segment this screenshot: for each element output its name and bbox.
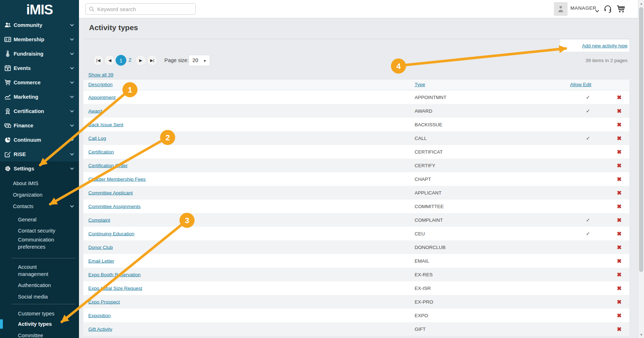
activity-type-link[interactable]: Donor Club [88, 245, 113, 250]
page-size-select[interactable]: 20 ▼ [188, 55, 210, 66]
vertical-scrollbar[interactable]: ▲ ▼ [638, 0, 644, 338]
submenu-divider [11, 304, 75, 304]
delete-icon[interactable]: ✖ [614, 135, 625, 142]
last-page-button[interactable]: ▶| [147, 55, 158, 66]
sidebar-item-social-media[interactable]: Social media [0, 291, 79, 302]
delete-icon[interactable]: ✖ [614, 299, 625, 305]
delete-icon[interactable]: ✖ [614, 312, 625, 319]
calendar-icon [4, 65, 11, 72]
sidebar-item-marketing[interactable]: Marketing [0, 90, 79, 104]
support-headset-icon[interactable] [603, 4, 612, 14]
thermometer-icon [4, 51, 11, 57]
first-page-button[interactable]: |◀ [93, 55, 104, 66]
chevron-down-icon [70, 38, 74, 41]
delete-icon[interactable]: ✖ [614, 189, 625, 196]
delete-icon[interactable]: ✖ [614, 121, 625, 128]
sidebar-item-commerce[interactable]: Commerce [0, 75, 79, 90]
sidebar-item-contacts[interactable]: Contacts [0, 201, 79, 212]
activity-type-link[interactable]: Chapter Membership Fees [88, 177, 146, 182]
sidebar-item-settings[interactable]: Settings [0, 161, 79, 176]
type-code: EX-PRO [415, 299, 433, 305]
cart-icon[interactable] [616, 4, 626, 14]
type-code: EXPO [415, 313, 428, 318]
award-ribbon-icon [4, 108, 11, 115]
activity-type-link[interactable]: Back Issue Sent [88, 122, 123, 127]
delete-icon[interactable]: ✖ [614, 285, 625, 292]
activity-type-link[interactable]: Certification [88, 149, 114, 155]
sidebar-item-authentication[interactable]: Authentication [0, 280, 79, 291]
activity-type-link[interactable]: Continuing Education [88, 231, 134, 236]
chevron-down-icon[interactable] [595, 8, 599, 10]
activity-type-link[interactable]: Expo Booth Reservation [88, 272, 141, 277]
table-row: Email Letter EMAIL ✖ [83, 254, 629, 268]
sidebar-item-fundraising[interactable]: Fundraising [0, 47, 79, 61]
delete-icon[interactable]: ✖ [614, 162, 625, 169]
user-menu[interactable]: MANAGER [570, 5, 596, 11]
people-icon [4, 22, 11, 29]
avatar[interactable] [554, 2, 568, 16]
next-page-button[interactable]: ▶ [135, 55, 146, 66]
activity-type-link[interactable]: Expo Initial Size Request [88, 286, 142, 291]
sidebar-item-continuum[interactable]: Continuum [0, 133, 79, 147]
delete-icon[interactable]: ✖ [614, 244, 625, 251]
chevron-down-icon [70, 24, 74, 27]
show-all-link[interactable]: Show all 39 [88, 72, 113, 78]
activity-type-link[interactable]: Appointment [88, 95, 116, 100]
scrollbar-thumb[interactable] [639, 7, 643, 272]
activity-type-link[interactable]: Committee Assignments [88, 204, 141, 209]
sidebar-item-general[interactable]: General [0, 214, 79, 225]
active-indicator [0, 319, 3, 329]
sidebar-item-membership[interactable]: Membership [0, 32, 79, 47]
sidebar-item-community[interactable]: Community [0, 18, 79, 32]
sidebar-item-certification[interactable]: Certification [0, 104, 79, 118]
delete-icon[interactable]: ✖ [614, 108, 625, 114]
sidebar-item-committee[interactable]: Committee [0, 330, 79, 338]
activity-type-link[interactable]: Call Log [88, 136, 106, 141]
sort-allow-edit[interactable]: Allow Edit [570, 82, 591, 87]
search-input[interactable] [97, 4, 193, 14]
sort-description[interactable]: Description [88, 82, 113, 87]
sidebar-item-events[interactable]: Events [0, 61, 79, 75]
scroll-down-icon[interactable]: ▼ [638, 333, 644, 337]
sidebar-item-organization[interactable]: Organization [0, 189, 79, 200]
activity-type-link[interactable]: Complaint [88, 217, 110, 223]
activity-type-link[interactable]: Expo Prospect [88, 299, 120, 305]
activity-type-link[interactable]: Email Letter [88, 258, 114, 264]
page-2-button[interactable]: 2 [129, 57, 131, 63]
sidebar-item-activity-types[interactable]: Activity types [0, 319, 79, 329]
delete-icon[interactable]: ✖ [614, 217, 625, 224]
delete-icon[interactable]: ✖ [614, 258, 625, 264]
activity-type-link[interactable]: Committee Applicant [88, 190, 133, 196]
table-row: Expo Prospect EX-PRO ✖ [83, 295, 629, 309]
delete-icon[interactable]: ✖ [614, 176, 625, 183]
sidebar-item-communication-preferences[interactable]: Communication preferences [0, 235, 61, 251]
scroll-up-icon[interactable]: ▲ [638, 2, 644, 5]
sidebar-item-finance[interactable]: Finance [0, 118, 79, 133]
activity-type-link[interactable]: Certification Order [88, 163, 128, 168]
add-new-activity-type-link[interactable]: Add new activity type [582, 43, 627, 48]
delete-icon[interactable]: ✖ [614, 203, 625, 210]
page-1-button[interactable]: 1 [116, 55, 126, 66]
sort-type[interactable]: Type [415, 82, 425, 87]
chevron-down-icon [70, 95, 74, 98]
sidebar-item-account-management[interactable]: Account management [0, 263, 54, 278]
type-code: CEU [415, 231, 425, 236]
delete-icon[interactable]: ✖ [614, 149, 625, 155]
sidebar-item-about-imis[interactable]: About iMIS [0, 178, 79, 189]
activity-type-link[interactable]: Gift Activity [88, 327, 112, 332]
sidebar-item-contact-security[interactable]: Contact security [0, 225, 79, 236]
type-code: EX-RES [415, 272, 433, 277]
activity-type-link[interactable]: Exposition [88, 313, 111, 318]
delete-icon[interactable]: ✖ [614, 230, 625, 237]
sidebar-item-rise[interactable]: RiSE [0, 147, 79, 161]
activity-type-link[interactable]: Award [88, 108, 102, 114]
delete-icon[interactable]: ✖ [614, 326, 625, 333]
type-code: AWARD [415, 108, 432, 114]
delete-icon[interactable]: ✖ [614, 271, 625, 278]
search-icon [89, 6, 95, 12]
sidebar-item-customer-types[interactable]: Customer types [0, 308, 79, 319]
table-row: Exposition EXPO ✖ [83, 309, 629, 322]
delete-icon[interactable]: ✖ [614, 94, 625, 101]
chevron-down-icon [70, 205, 74, 208]
previous-page-button[interactable]: ◀ [104, 55, 115, 66]
